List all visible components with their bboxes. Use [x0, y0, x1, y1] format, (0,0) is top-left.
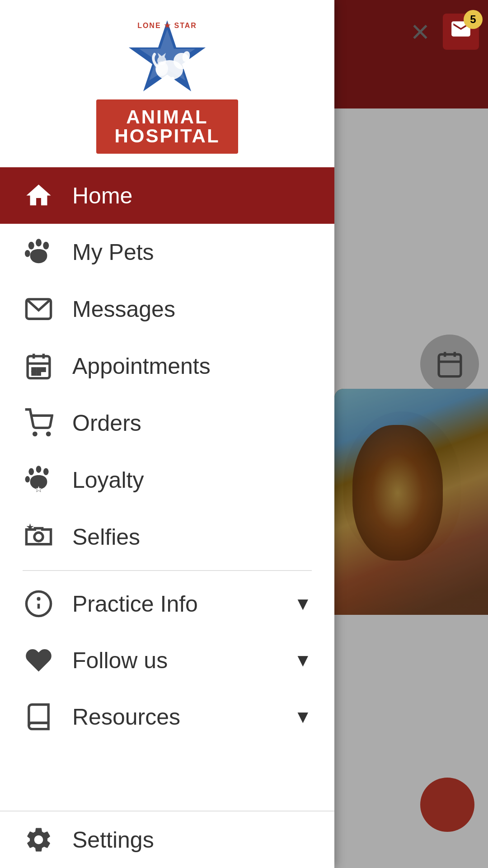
- top-right-controls: × 5: [402, 14, 479, 50]
- logo-area: LONE ★ STAR ANIMAL HOSPITAL: [0, 0, 334, 167]
- selfies-label: Selfies: [72, 524, 140, 550]
- logo-line1: ANIMAL: [114, 108, 220, 127]
- resources-label: Resources: [72, 704, 294, 730]
- logo-container: LONE ★ STAR ANIMAL HOSPITAL: [96, 18, 238, 154]
- logo-text-box: ANIMAL HOSPITAL: [96, 99, 238, 154]
- sidebar-item-resources[interactable]: Resources ▼: [0, 689, 334, 745]
- svg-point-19: [24, 250, 30, 257]
- camera-star-icon: [23, 522, 54, 552]
- resources-chevron: ▼: [294, 707, 312, 727]
- svg-point-33: [36, 466, 41, 473]
- menu-divider: [23, 570, 312, 571]
- svg-point-16: [28, 242, 34, 250]
- gear-icon: [23, 825, 54, 854]
- info-icon: [23, 589, 54, 618]
- close-icon: ×: [411, 16, 430, 47]
- svg-text:LONE ★ STAR: LONE ★ STAR: [137, 22, 197, 29]
- home-icon: [23, 181, 54, 210]
- calendar-icon: [23, 351, 54, 381]
- my-pets-label: My Pets: [72, 239, 154, 265]
- svg-rect-9: [164, 77, 167, 86]
- svg-point-30: [33, 433, 36, 435]
- home-label: Home: [72, 183, 132, 209]
- settings-label: Settings: [72, 827, 154, 853]
- messages-label: Messages: [72, 296, 175, 322]
- sidebar-item-loyalty[interactable]: Loyalty: [0, 452, 334, 509]
- sidebar-item-appointments[interactable]: Appointments: [0, 338, 334, 395]
- follow-us-label: Follow us: [72, 647, 294, 674]
- svg-rect-25: [32, 368, 34, 371]
- appointments-label: Appointments: [72, 353, 211, 379]
- svg-point-12: [157, 56, 166, 65]
- follow-us-chevron: ▼: [294, 650, 312, 670]
- sidebar-item-my-pets[interactable]: My Pets: [0, 224, 334, 281]
- logo-line2: HOSPITAL: [114, 127, 220, 146]
- svg-rect-28: [32, 372, 34, 374]
- svg-point-17: [36, 239, 42, 246]
- message-badge: 5: [464, 10, 483, 29]
- practice-info-chevron: ▼: [294, 594, 312, 614]
- sidebar-item-follow-us[interactable]: Follow us ▼: [0, 632, 334, 689]
- svg-point-18: [43, 242, 49, 250]
- sidebar-item-settings[interactable]: Settings: [0, 811, 334, 868]
- logo-star-area: LONE ★ STAR: [104, 18, 230, 99]
- sidebar-item-messages[interactable]: Messages: [0, 281, 334, 338]
- svg-rect-27: [42, 368, 44, 371]
- sidebar-item-home[interactable]: Home: [0, 167, 334, 224]
- sidebar-item-selfies[interactable]: Selfies: [0, 509, 334, 566]
- svg-rect-29: [37, 372, 39, 374]
- drawer-footer: Settings: [0, 811, 334, 868]
- heart-icon: [23, 646, 54, 675]
- paw-icon: [23, 237, 54, 267]
- cart-icon: [23, 408, 54, 438]
- loyalty-icon: [23, 465, 54, 495]
- svg-point-31: [47, 433, 49, 435]
- loyalty-label: Loyalty: [72, 467, 144, 493]
- sidebar-item-practice-info[interactable]: Practice Info ▼: [0, 576, 334, 632]
- message-button[interactable]: 5: [443, 14, 479, 50]
- svg-point-34: [43, 468, 48, 476]
- practice-info-label: Practice Info: [72, 591, 294, 617]
- svg-point-32: [28, 468, 34, 476]
- svg-point-35: [25, 476, 29, 482]
- envelope-icon: [23, 294, 54, 324]
- svg-point-38: [34, 533, 43, 541]
- navigation-drawer: LONE ★ STAR ANIMAL HOSPITAL Home: [0, 0, 334, 868]
- book-icon: [23, 702, 54, 731]
- spacer: [0, 745, 334, 811]
- svg-rect-10: [171, 77, 174, 86]
- svg-rect-26: [37, 368, 39, 371]
- close-button[interactable]: ×: [402, 14, 438, 50]
- orders-label: Orders: [72, 410, 141, 436]
- sidebar-item-orders[interactable]: Orders: [0, 395, 334, 452]
